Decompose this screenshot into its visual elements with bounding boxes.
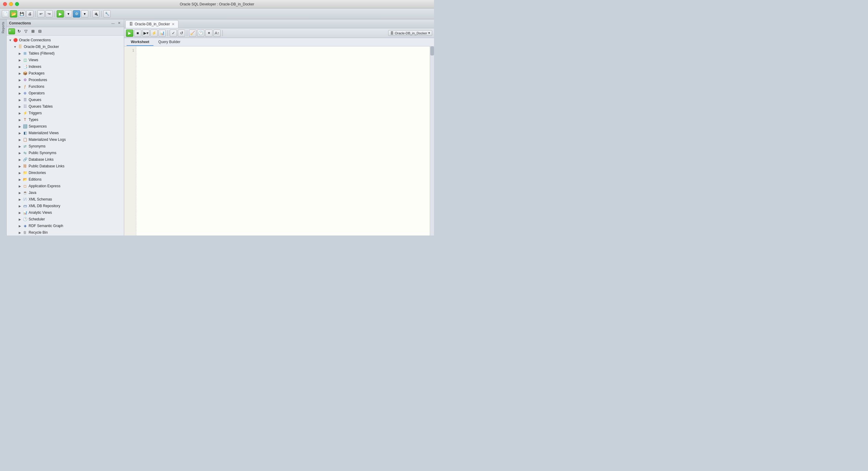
tree-item-analytic-views[interactable]: ▶ 📊 Analytic Views bbox=[7, 209, 124, 216]
tab-worksheet[interactable]: Worksheet bbox=[127, 38, 153, 46]
tree-item-views[interactable]: ▶ ◫ Views bbox=[7, 57, 124, 63]
autotrace-button[interactable]: 📊 bbox=[158, 30, 166, 37]
stop-button[interactable]: ■ bbox=[134, 30, 141, 37]
tree-item-recycle-bin[interactable]: ▶ 🗑 Recycle Bin bbox=[7, 229, 124, 235]
window-controls[interactable] bbox=[3, 2, 19, 6]
expand-sequences[interactable]: ▶ bbox=[18, 124, 22, 129]
expand-types[interactable]: ▶ bbox=[18, 117, 22, 122]
expand-public-db-links[interactable]: ▶ bbox=[18, 164, 22, 169]
run-dropdown[interactable]: ▾ bbox=[65, 10, 72, 18]
tree-item-sequences[interactable]: ▶ 🔢 Sequences bbox=[7, 123, 124, 130]
expand-indexes[interactable]: ▶ bbox=[18, 64, 22, 69]
expand-xml-db[interactable]: ▶ bbox=[18, 204, 22, 208]
commit-button[interactable]: ✓ bbox=[170, 30, 177, 37]
tree-item-oracle-connections[interactable]: ▼ 🔴 Oracle Connections bbox=[7, 37, 124, 43]
extensions-button[interactable]: 🔧 bbox=[103, 10, 111, 18]
expand-procedures[interactable]: ▶ bbox=[18, 78, 22, 82]
expand-tables[interactable]: ▶ bbox=[18, 51, 22, 56]
minimize-button[interactable] bbox=[9, 2, 13, 6]
explain-plan-button[interactable]: ⚡ bbox=[150, 30, 158, 37]
redo-button[interactable]: ↪ bbox=[45, 10, 53, 18]
debug-button[interactable]: ⚙ bbox=[73, 10, 80, 18]
connection-selector[interactable]: 🗄 Oracle-DB_in_Docker ▾ bbox=[388, 30, 432, 36]
tree-item-directories[interactable]: ▶ 📁 Directories bbox=[7, 170, 124, 176]
filter-connections-button[interactable]: ▽ bbox=[23, 28, 29, 34]
tree-item-editions[interactable]: ▶ 📂 Editions bbox=[7, 176, 124, 183]
vertical-scrollbar[interactable] bbox=[430, 47, 434, 235]
tree-item-synonyms[interactable]: ▶ ⇄ Synonyms bbox=[7, 143, 124, 150]
maximize-button[interactable] bbox=[15, 2, 19, 6]
refresh-connections-button[interactable]: ↻ bbox=[16, 28, 22, 34]
tree-item-queues-tables[interactable]: ▶ ☷ Queues Tables bbox=[7, 103, 124, 110]
expand-queues[interactable]: ▶ bbox=[18, 97, 22, 102]
expand-database-links[interactable]: ▶ bbox=[18, 157, 22, 162]
editor-area[interactable] bbox=[136, 47, 430, 235]
close-panel-icon[interactable]: ✕ bbox=[117, 21, 121, 26]
expand-editions[interactable]: ▶ bbox=[18, 177, 22, 182]
run-button[interactable]: ▶ bbox=[57, 10, 64, 18]
expand-packages[interactable]: ▶ bbox=[18, 71, 22, 76]
expand-views[interactable]: ▶ bbox=[18, 58, 22, 62]
save-button[interactable]: 💾 bbox=[18, 10, 25, 18]
tree-item-queues[interactable]: ▶ ☰ Queues bbox=[7, 96, 124, 103]
tree-item-xml-db[interactable]: ▶ 🗃 XML DB Repository bbox=[7, 203, 124, 209]
tree-item-operators[interactable]: ▶ ⊕ Operators bbox=[7, 90, 124, 96]
minimize-panel-icon[interactable]: — bbox=[111, 21, 116, 26]
tree-item-triggers[interactable]: ▶ ⚡ Triggers bbox=[7, 110, 124, 116]
new-file-button[interactable]: 📄 bbox=[2, 10, 9, 18]
tree-item-app-express[interactable]: ▶ ◻ Application Express bbox=[7, 183, 124, 189]
tree-item-scheduler[interactable]: ▶ 🕐 Scheduler bbox=[7, 216, 124, 223]
oracle-db-tab[interactable]: 🗄 Oracle-DB_in_Docker ✕ bbox=[125, 20, 179, 28]
rollback-button[interactable]: ↺ bbox=[178, 30, 185, 37]
scrollbar-thumb[interactable] bbox=[430, 47, 434, 56]
reports-label[interactable]: Reports bbox=[1, 22, 5, 33]
tree-item-xml-schemas[interactable]: ▶ 〈/〉 XML Schemas bbox=[7, 196, 124, 203]
debug-dropdown[interactable]: ▾ bbox=[81, 10, 88, 18]
expand-oracle-db[interactable]: ▼ bbox=[13, 44, 18, 49]
to-uppercase-button[interactable]: A↑ bbox=[213, 30, 221, 37]
undo-button[interactable]: ↩ bbox=[37, 10, 44, 18]
expand-operators[interactable]: ▶ bbox=[18, 91, 22, 96]
sql-history-button[interactable]: 🕐 bbox=[197, 30, 204, 37]
print-button[interactable]: 🖨 bbox=[26, 10, 33, 18]
expand-rdf[interactable]: ▶ bbox=[18, 224, 22, 228]
expand-public-synonyms[interactable]: ▶ bbox=[18, 150, 22, 155]
expand-queues-tables[interactable]: ▶ bbox=[18, 104, 22, 109]
collapse-all-button[interactable]: ⊟ bbox=[37, 28, 43, 34]
tree-item-mat-view-logs[interactable]: ▶ 📋 Materialized View Logs bbox=[7, 136, 124, 143]
connections-button[interactable]: 🔌 bbox=[92, 10, 99, 18]
expand-analytic-views[interactable]: ▶ bbox=[18, 210, 22, 215]
expand-synonyms[interactable]: ▶ bbox=[18, 144, 22, 149]
expand-functions[interactable]: ▶ bbox=[18, 84, 22, 89]
add-connection-button[interactable]: + bbox=[8, 28, 15, 34]
tab-close-button[interactable]: ✕ bbox=[172, 22, 175, 26]
tree-item-types[interactable]: ▶ T Types bbox=[7, 116, 124, 123]
format-sql-button[interactable]: ✦ bbox=[205, 30, 213, 37]
tree-item-indexes[interactable]: ▶ 📑 Indexes bbox=[7, 63, 124, 70]
expand-app-express[interactable]: ▶ bbox=[18, 184, 22, 188]
expand-mat-views[interactable]: ▶ bbox=[18, 130, 22, 136]
expand-recycle-bin[interactable]: ▶ bbox=[18, 230, 22, 235]
expand-oracle-connections[interactable]: ▼ bbox=[8, 38, 13, 42]
tree-item-public-synonyms[interactable]: ▶ ⇆ Public Synonyms bbox=[7, 150, 124, 156]
close-button[interactable] bbox=[3, 2, 7, 6]
open-button[interactable]: 📂 bbox=[10, 10, 17, 18]
clear-worksheet-button[interactable]: 🧹 bbox=[189, 30, 196, 37]
expand-directories[interactable]: ▶ bbox=[18, 170, 22, 175]
tab-query-builder[interactable]: Query Builder bbox=[154, 38, 184, 46]
tree-view[interactable]: ▼ 🔴 Oracle Connections ▼ 🗄 Oracle-DB_in_… bbox=[7, 36, 124, 235]
run-statement-button[interactable]: ▶ bbox=[126, 30, 133, 37]
tree-item-java[interactable]: ▶ ☕ Java bbox=[7, 189, 124, 196]
expand-mat-view-logs[interactable]: ▶ bbox=[18, 137, 22, 142]
tree-item-rdf-semantic[interactable]: ▶ ◈ RDF Semantic Graph bbox=[7, 223, 124, 229]
tree-item-functions[interactable]: ▶ ƒ Functions bbox=[7, 83, 124, 90]
expand-all-button[interactable]: ⊞ bbox=[30, 28, 36, 34]
run-script-dropdown[interactable]: ▶▾ bbox=[142, 30, 150, 37]
tree-item-tables[interactable]: ▶ ⊞ Tables (Filtered) bbox=[7, 50, 124, 57]
tree-item-database-links[interactable]: ▶ 🔗 Database Links bbox=[7, 156, 124, 163]
tree-item-mat-views[interactable]: ▶ ◧ Materialized Views bbox=[7, 130, 124, 136]
expand-java[interactable]: ▶ bbox=[18, 190, 22, 195]
tree-item-packages[interactable]: ▶ 📦 Packages bbox=[7, 70, 124, 77]
tree-item-procedures[interactable]: ▶ ⚙ Procedures bbox=[7, 77, 124, 83]
expand-scheduler[interactable]: ▶ bbox=[18, 217, 22, 222]
